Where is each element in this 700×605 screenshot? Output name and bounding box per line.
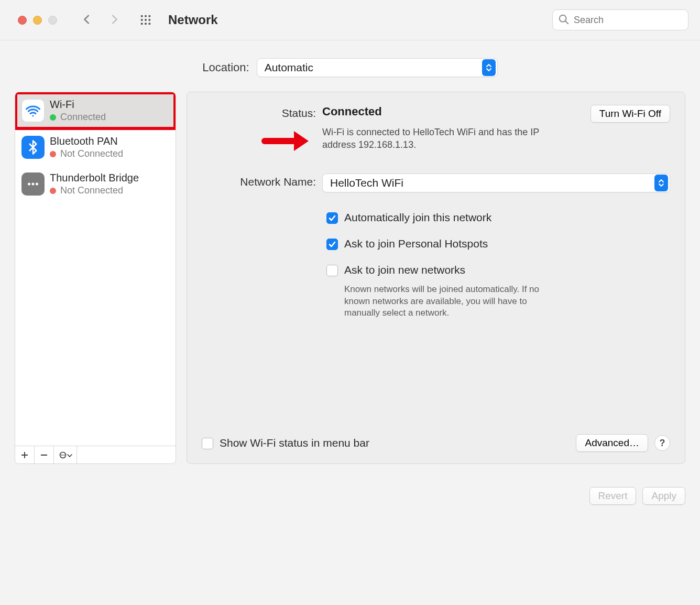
svg-point-5 xyxy=(148,19,150,21)
remove-service-button[interactable] xyxy=(35,446,54,463)
network-name-value: HelloTech WiFi xyxy=(323,177,403,189)
svg-point-4 xyxy=(145,19,147,21)
service-status: Not Connected xyxy=(60,148,123,159)
auto-join-label: Automatically join this network xyxy=(344,211,491,224)
service-status: Not Connected xyxy=(60,185,123,196)
service-item-wifi[interactable]: Wi-Fi Connected xyxy=(15,92,176,129)
status-value: Connected xyxy=(322,105,584,118)
svg-marker-22 xyxy=(294,131,309,151)
svg-point-0 xyxy=(141,15,143,17)
minimize-window-button[interactable] xyxy=(33,16,42,25)
svg-point-20 xyxy=(63,455,64,456)
service-list: Wi-Fi Connected Bluetooth PAN Not Connec… xyxy=(15,92,176,464)
status-dot-icon xyxy=(50,188,56,194)
annotation-arrow-icon xyxy=(261,128,309,156)
status-dot-icon xyxy=(50,151,56,157)
turn-wifi-off-button[interactable]: Turn Wi-Fi Off xyxy=(590,105,670,123)
network-name-select[interactable]: HelloTech WiFi xyxy=(322,174,670,192)
service-item-bluetooth-pan[interactable]: Bluetooth PAN Not Connected xyxy=(15,129,176,166)
service-item-thunderbolt-bridge[interactable]: Thunderbolt Bridge Not Connected xyxy=(15,166,176,202)
svg-point-7 xyxy=(145,23,147,25)
wifi-icon xyxy=(21,99,45,122)
window-title: Network xyxy=(168,13,218,27)
select-stepper-icon xyxy=(654,175,668,191)
thunderbolt-icon xyxy=(21,172,45,196)
search-field[interactable] xyxy=(552,9,688,30)
service-status: Connected xyxy=(60,112,106,123)
service-name: Wi-Fi xyxy=(50,99,106,111)
svg-point-18 xyxy=(61,455,62,456)
svg-point-12 xyxy=(32,183,35,186)
status-label: Status: xyxy=(202,105,322,120)
svg-point-8 xyxy=(148,23,150,25)
show-menubar-label: Show Wi-Fi status in menu bar xyxy=(220,437,369,449)
detail-panel: Status: Connected Wi-Fi is connected to … xyxy=(187,92,685,464)
add-service-button[interactable] xyxy=(15,446,35,463)
svg-point-3 xyxy=(141,19,143,21)
svg-point-11 xyxy=(28,183,30,186)
toolbar: Network xyxy=(0,0,700,40)
location-select[interactable]: Automatic xyxy=(257,58,498,77)
svg-point-13 xyxy=(36,183,38,186)
ask-hotspots-checkbox[interactable] xyxy=(326,239,338,250)
service-name: Thunderbolt Bridge xyxy=(50,172,139,184)
svg-point-2 xyxy=(148,15,150,17)
zoom-window-button[interactable] xyxy=(48,16,57,25)
auto-join-checkbox[interactable] xyxy=(326,212,338,224)
ask-new-networks-label: Ask to join new networks xyxy=(344,264,554,276)
status-dot-icon xyxy=(50,114,56,121)
revert-button[interactable]: Revert xyxy=(589,487,637,505)
apply-button[interactable]: Apply xyxy=(642,487,685,505)
network-name-label: Network Name: xyxy=(202,174,322,188)
advanced-button[interactable]: Advanced… xyxy=(576,434,648,452)
status-description: Wi-Fi is connected to HelloTech WiFi and… xyxy=(322,126,542,152)
location-value: Automatic xyxy=(257,61,313,74)
service-name: Bluetooth PAN xyxy=(50,135,123,147)
close-window-button[interactable] xyxy=(18,16,27,25)
service-options-button[interactable] xyxy=(54,446,77,463)
back-button[interactable] xyxy=(81,12,93,28)
help-button[interactable]: ? xyxy=(654,435,670,451)
svg-line-10 xyxy=(565,20,568,23)
ask-new-networks-note: Known networks will be joined automatica… xyxy=(344,284,554,320)
ask-hotspots-label: Ask to join Personal Hotspots xyxy=(344,237,488,250)
search-input[interactable] xyxy=(573,14,696,26)
footer-buttons: Revert Apply xyxy=(0,474,700,521)
forward-button[interactable] xyxy=(108,12,120,28)
location-row: Location: Automatic xyxy=(0,40,700,92)
location-label: Location: xyxy=(202,61,249,74)
window-controls xyxy=(18,16,57,25)
svg-point-6 xyxy=(141,23,143,25)
svg-point-19 xyxy=(62,455,63,456)
bluetooth-icon xyxy=(21,136,45,159)
show-menubar-checkbox[interactable] xyxy=(202,438,213,449)
show-all-button[interactable] xyxy=(140,14,151,26)
service-list-actions xyxy=(15,446,176,463)
ask-new-networks-checkbox[interactable] xyxy=(326,265,338,276)
search-icon xyxy=(558,14,573,27)
svg-point-1 xyxy=(145,15,147,17)
select-stepper-icon xyxy=(482,59,496,76)
